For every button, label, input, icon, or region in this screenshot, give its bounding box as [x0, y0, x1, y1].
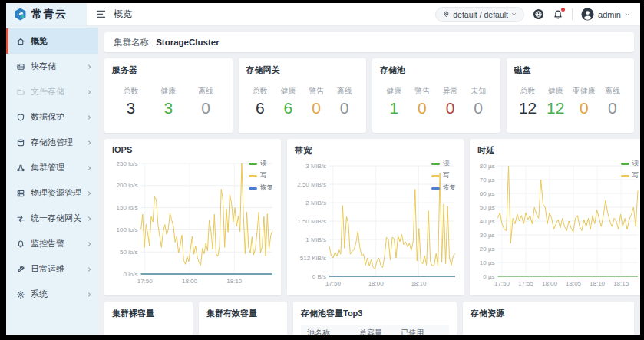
logo-icon [13, 7, 28, 21]
sidebar-item-块存储[interactable]: 块存储 [6, 54, 98, 79]
chevron-right-icon [87, 165, 92, 171]
user-menu[interactable]: admin [581, 8, 630, 21]
stat-亚健康: 亚健康0 [573, 86, 596, 117]
sidebar-item-label: 块存储 [31, 61, 81, 72]
table-column-已使用: 已使用 [401, 328, 443, 335]
svg-text:70 µs: 70 µs [480, 177, 495, 183]
stat-value: 0 [467, 99, 489, 117]
sidebar-item-概览[interactable]: 概览 [6, 28, 98, 54]
stat-label: 健康 [545, 86, 566, 97]
stat-cards-row: 服务器总数3健康3离线0存储网关总数6健康6警告0离线0存储池健康1警告0异常0… [104, 58, 634, 133]
app-window: 常青云 概览 default / default [6, 3, 640, 335]
legend-item-恢复[interactable]: 恢复 [431, 183, 456, 193]
stat-value: 12 [545, 99, 566, 117]
main-content: 集群名称: StorageCluster 服务器总数3健康3离线0存储网关总数6… [98, 26, 640, 335]
stat-label: 警告 [305, 86, 327, 97]
bell-icon[interactable] [553, 9, 563, 20]
pool-top3-table-header: 池名称总容量已使用 [301, 325, 449, 335]
bottom-row: 集群裸容量 集群有效容量 存储池容量Top3 池名称总容量已使用 Storage… [104, 302, 634, 335]
sidebar-item-文件存储[interactable]: 文件存储 [6, 79, 98, 104]
svg-text:60 µs: 60 µs [480, 190, 495, 197]
sidebar-item-数据保护[interactable]: 数据保护 [6, 104, 98, 130]
notification-badge [561, 8, 565, 12]
sidebar-item-集群管理[interactable]: 集群管理 [6, 155, 98, 180]
stat-健康: 健康6 [277, 86, 299, 117]
effective-capacity-title: 集群有效容量 [206, 308, 279, 319]
chart-title: IOPS [112, 145, 276, 154]
legend-item-恢复[interactable]: 恢复 [249, 183, 273, 193]
stat-value: 0 [573, 99, 596, 117]
svg-text:250 io/s: 250 io/s [117, 160, 138, 167]
svg-text:18:10: 18:10 [411, 280, 427, 287]
file-storage-icon [16, 87, 25, 97]
header-divider [572, 8, 573, 20]
svg-text:17:50: 17:50 [494, 280, 510, 287]
stat-value: 0 [440, 99, 461, 117]
stat-label: 离线 [602, 86, 623, 97]
svg-text:20 µs: 20 µs [480, 246, 495, 253]
stat-value: 0 [602, 99, 623, 117]
sidebar-item-物理资源管理[interactable]: 物理资源管理 [6, 180, 98, 206]
globe-icon[interactable] [533, 8, 544, 20]
cluster-icon [16, 163, 25, 173]
stat-card-title: 磁盘 [514, 64, 627, 76]
legend-item-读[interactable]: 读 [249, 159, 273, 168]
chevron-right-icon [87, 266, 92, 272]
chart-card-时延: 时延读写0 µs10 µs20 µs30 µs40 µs50 µs60 µs70… [470, 139, 640, 295]
legend-label: 读 [443, 159, 450, 168]
sidebar-item-存储池管理[interactable]: 存储池管理 [6, 130, 98, 155]
svg-text:3 MiB/s: 3 MiB/s [305, 163, 326, 170]
svg-text:18:00: 18:00 [182, 278, 198, 285]
pool-top3-card: 存储池容量Top3 池名称总容量已使用 StoragePool43.2 TiB3… [293, 302, 457, 335]
chevron-right-icon [87, 64, 92, 70]
ops-icon [16, 265, 25, 274]
table-column-池名称: 池名称 [307, 328, 359, 335]
effective-capacity-card: 集群有效容量 [199, 302, 287, 335]
menu-icon[interactable] [96, 10, 106, 18]
stat-value: 6 [249, 99, 271, 117]
chevron-right-icon [87, 292, 92, 298]
legend-swatch [431, 163, 440, 165]
svg-text:0 io/s: 0 io/s [123, 271, 137, 278]
legend-item-写[interactable]: 写 [249, 171, 273, 180]
shield-icon [16, 113, 25, 122]
top-header: 常青云 概览 default / default [6, 3, 640, 26]
legend-item-读[interactable]: 读 [621, 159, 639, 168]
sidebar-item-监控告警[interactable]: 监控告警 [6, 231, 98, 256]
stat-card-存储池: 存储池健康1警告0异常0未知0 [372, 58, 500, 133]
caret-down-icon [625, 12, 630, 16]
svg-text:2 MiB/s: 2 MiB/s [305, 200, 326, 206]
gear-icon [16, 290, 25, 299]
chart-title: 带宽 [295, 145, 459, 157]
chevron-right-icon [87, 89, 92, 95]
legend-label: 读 [632, 159, 639, 168]
stat-警告: 警告0 [305, 86, 327, 117]
sidebar-item-label: 集群管理 [31, 162, 81, 173]
stat-value: 0 [411, 99, 433, 117]
sidebar-item-日常运维[interactable]: 日常运维 [6, 256, 98, 282]
chart-plot-时延: 0 µs10 µs20 µs30 µs40 µs50 µs60 µs70 µs8… [476, 160, 640, 289]
legend-item-写[interactable]: 写 [431, 171, 456, 180]
stat-value: 3 [157, 99, 179, 117]
svg-text:50 io/s: 50 io/s [120, 249, 138, 256]
svg-text:10 µs: 10 µs [480, 259, 495, 266]
cluster-name-bar: 集群名称: StorageCluster [104, 32, 634, 52]
sidebar-item-label: 系统 [31, 289, 81, 300]
charts-row: IOPS读写恢复0 io/s50 io/s100 io/s150 io/s200… [104, 139, 634, 295]
stat-card-磁盘: 磁盘总数12健康12亚健康0离线0 [507, 58, 635, 133]
sidebar-item-系统[interactable]: 系统 [6, 282, 98, 307]
stat-总数: 总数6 [249, 86, 271, 117]
location-pin-icon [443, 10, 450, 18]
stat-value: 1 [383, 99, 405, 117]
scope-selector[interactable]: default / default [435, 7, 524, 22]
sidebar-item-label: 数据保护 [31, 111, 81, 123]
stat-离线: 离线0 [602, 86, 623, 117]
app-title: 常青云 [31, 8, 68, 21]
legend-item-读[interactable]: 读 [431, 159, 456, 168]
svg-text:2.50 MiB/s: 2.50 MiB/s [297, 181, 326, 188]
legend-swatch [431, 187, 440, 190]
svg-text:18:15: 18:15 [613, 280, 629, 287]
legend-item-写[interactable]: 写 [621, 171, 639, 180]
stat-label: 未知 [467, 86, 489, 97]
sidebar-item-统一存储网关[interactable]: 统一存储网关 [6, 206, 98, 231]
